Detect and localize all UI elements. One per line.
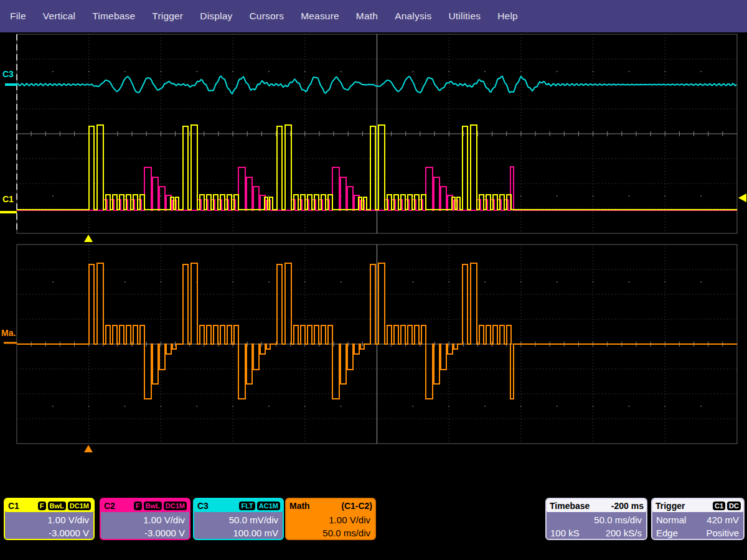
c1-name: C1 [8, 501, 19, 511]
c2-volts-per-div: 1.00 V/div [105, 513, 185, 526]
timebase-rate: 200 kS/s [606, 526, 642, 539]
c2-badges-dc1m: DC1M [164, 502, 187, 510]
trigger-type: Edge [656, 526, 678, 539]
timebase-title: Timebase [550, 501, 590, 511]
c3-name: C3 [197, 501, 209, 511]
c1-volts-per-div: 1.00 V/div [9, 513, 89, 526]
c2-badges-bwl: BwL [144, 502, 162, 510]
timebase-descriptor-body: 50.0 ms/div 100 kS 200 kS/s [547, 512, 646, 539]
c3-badges-flt: FLT [239, 502, 255, 510]
timebase-offset: -200 ms [611, 501, 644, 511]
c2-offset: -3.0000 V [105, 526, 185, 539]
c3-trace-label: C3 [2, 70, 14, 78]
math-name: Math [289, 501, 310, 511]
c1-descriptor-header: C1 FBwLDC1M [5, 499, 93, 512]
math-descriptor[interactable]: Math (C1-C2) 1.00 V/div 50.0 ms/div [285, 498, 376, 540]
trigger-mode: Normal [656, 513, 686, 526]
trigger-badges: C1DC [713, 502, 741, 510]
c3-badges-ac1m: AC1M [257, 502, 280, 510]
c2-name: C2 [104, 501, 115, 511]
c1-badges-bwl: BwL [48, 502, 66, 510]
trigger-time-marker[interactable] [84, 235, 93, 242]
math-source: (C1-C2) [341, 501, 372, 511]
c3-badges: FLTAC1M [239, 502, 280, 510]
trigger-level: 420 mV [707, 513, 739, 526]
trigger-slope: Positive [706, 526, 739, 539]
timebase-descriptor[interactable]: Timebase -200 ms 50.0 ms/div 100 kS 200 … [545, 498, 647, 540]
timebase-per-div: 50.0 ms/div [550, 513, 642, 526]
channel-zero-indicators [0, 85, 17, 343]
waveform-display [0, 0, 747, 560]
trig-badges-dc: DC [727, 502, 741, 510]
grid-top [17, 34, 737, 233]
math-time-marker[interactable] [84, 445, 93, 452]
c1-trace-label: C1 [2, 195, 14, 203]
c3-descriptor[interactable]: C3 FLTAC1M 50.0 mV/div 100.00 mV [193, 498, 284, 540]
c1-badges: FBwLDC1M [38, 502, 91, 510]
trigger-descriptor-body: Normal 420 mV Edge Positive [652, 512, 743, 539]
math-descriptor-header: Math (C1-C2) [286, 499, 375, 512]
math-descriptor-body: 1.00 V/div 50.0 ms/div [286, 512, 375, 539]
trigger-descriptor-header: Trigger C1DC [652, 499, 743, 512]
timebase-samples: 100 kS [550, 526, 580, 539]
c1-descriptor[interactable]: C1 FBwLDC1M 1.00 V/div -3.0000 V [4, 498, 95, 540]
c3-volts-per-div: 50.0 mV/div [198, 513, 278, 526]
trig-badges-c1: C1 [713, 502, 725, 510]
c1-offset: -3.0000 V [9, 526, 89, 539]
c1-badges-dc1m: DC1M [68, 502, 91, 510]
c1-badges-f: F [38, 502, 46, 510]
math-time-per-div: 50.0 ms/div [290, 526, 370, 539]
c2-descriptor-header: C2 FBwLDC1M [101, 499, 189, 512]
timebase-descriptor-header: Timebase -200 ms [547, 499, 646, 512]
trigger-title: Trigger [655, 501, 685, 511]
c2-descriptor[interactable]: C2 FBwLDC1M 1.00 V/div -3.0000 V [100, 498, 190, 540]
c3-descriptor-body: 50.0 mV/div 100.00 mV [194, 512, 283, 539]
trigger-level-marker[interactable] [738, 194, 746, 202]
c2-badges-f: F [134, 502, 142, 510]
c1-descriptor-body: 1.00 V/div -3.0000 V [5, 512, 93, 539]
trigger-descriptor[interactable]: Trigger C1DC Normal 420 mV Edge Positive [651, 498, 745, 540]
math-trace-label: Ma. [1, 329, 16, 337]
c2-badges: FBwLDC1M [134, 502, 187, 510]
c3-descriptor-header: C3 FLTAC1M [194, 499, 283, 512]
math-volts-per-div: 1.00 V/div [290, 513, 370, 526]
c2-descriptor-body: 1.00 V/div -3.0000 V [101, 512, 189, 539]
c3-offset: 100.00 mV [198, 526, 278, 539]
